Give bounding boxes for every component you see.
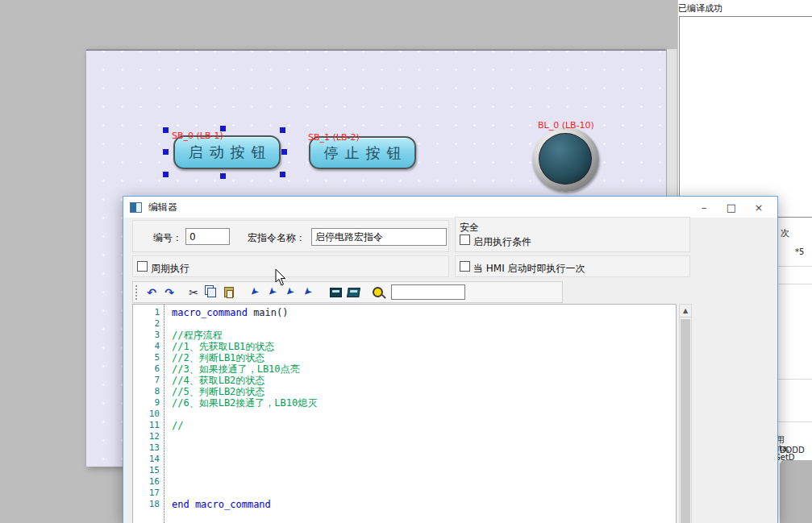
code-line: 2 (133, 318, 676, 330)
panel-fragment-times: 次 (781, 227, 789, 239)
code-line: 7//4、获取LB2的状态 (133, 375, 676, 386)
cut-icon[interactable]: ✂ (185, 284, 202, 301)
run-on-startup-group: 当 HMI 启动时即执行一次 (455, 255, 690, 277)
close-button[interactable]: × (745, 197, 772, 218)
security-group: 安全 启用执行条件 (455, 217, 690, 252)
compile-icon[interactable] (327, 284, 344, 301)
lamp-address-tag: BL_0 (LB-10) (538, 120, 594, 131)
panel-divider (778, 379, 812, 380)
code-line: 13 (133, 442, 676, 454)
lamp-lens (539, 133, 592, 185)
security-header: 安全 (460, 221, 479, 235)
panel-divider (778, 284, 812, 284)
download-icon[interactable] (344, 284, 362, 301)
code-line: 5//2、判断LB1的状态 (133, 352, 676, 363)
paste-icon[interactable] (220, 284, 238, 301)
code-line: 6//3、如果接通了，LB10点亮 (133, 363, 676, 375)
compile-output-box (679, 16, 812, 218)
editor-window-title: 编辑器 (148, 201, 177, 214)
copy-icon[interactable] (202, 284, 220, 301)
enable-condition-checkbox[interactable] (460, 235, 470, 245)
maximize-button[interactable]: □ (718, 197, 745, 218)
macro-name-input[interactable] (311, 228, 447, 246)
code-line: 11// (133, 420, 676, 431)
run-on-startup-label: 当 HMI 启动时即执行一次 (473, 262, 585, 276)
macro-id-group: 编号： 宏指令名称： (132, 220, 449, 252)
code-line: 4//1、先获取LB1的状态 (133, 341, 676, 352)
periodic-group: 周期执行 (132, 255, 449, 277)
selection-handle-top-mid[interactable] (220, 126, 226, 131)
code-line: 15 (133, 465, 676, 476)
editor-window-icon (130, 202, 142, 213)
code-line: 18end macro_command (133, 499, 676, 510)
panel-fragment-getdata: ata, GetD (774, 444, 812, 462)
compile-status-text: 已编译成功 (678, 2, 722, 15)
selection-handle-bottom-right[interactable] (280, 172, 285, 177)
macro-code-editor[interactable]: 1macro_command main() 2 3//程序流程 4//1、先获取… (132, 304, 677, 523)
toolbar-search-input[interactable] (391, 284, 465, 300)
selection-handle-mid-right[interactable] (281, 149, 287, 155)
code-line: 10 (133, 409, 676, 420)
run-on-startup-checkbox[interactable] (460, 261, 470, 272)
code-line: 12 (133, 431, 676, 442)
selection-handle-mid-left[interactable] (163, 149, 169, 155)
panel-divider (778, 266, 812, 267)
find-icon[interactable] (369, 284, 386, 301)
selection-handle-top-right[interactable] (280, 127, 285, 133)
code-line: 8//5、判断LB2的状态 (133, 386, 676, 397)
code-line: 1macro_command main() (133, 307, 676, 318)
editor-titlebar[interactable]: 编辑器 – □ × (123, 197, 777, 218)
macro-number-label: 编号： (153, 231, 182, 245)
selection-handle-bottom-left[interactable] (163, 172, 169, 177)
enable-condition-label: 启用执行条件 (473, 235, 531, 249)
stop-button-address-tag: SB_1 (LB-2) (308, 132, 360, 143)
panel-bottom-corner (780, 460, 812, 523)
undo-icon[interactable]: ↶ (143, 284, 160, 301)
panel-divider (778, 421, 812, 422)
scrollbar-thumb[interactable] (681, 319, 690, 523)
panel-fragment-star5: *5 (795, 247, 804, 256)
code-line: 14 (133, 454, 676, 465)
toolbar-grip (135, 285, 139, 300)
redo-icon[interactable]: ↷ (160, 284, 178, 301)
hmi-indicator-lamp[interactable] (532, 127, 599, 192)
hmi-stop-button-label: 停止按钮 (318, 143, 408, 163)
minimize-button[interactable]: – (690, 197, 718, 218)
macro-dart-icon-4[interactable]: ➤ (296, 280, 320, 305)
periodic-execution-label: 周期执行 (151, 262, 189, 276)
macro-toolbar: ↶ ↷ ✂ ➤ ➤ ➤ ➤ (132, 281, 563, 303)
start-button-address-tag: SB_0 (LB-1) (172, 131, 223, 141)
hmi-start-button-label: 启动按钮 (182, 143, 273, 162)
code-scrollbar[interactable]: ▲ (679, 304, 692, 523)
scroll-up-icon[interactable]: ▲ (680, 305, 691, 318)
code-line: 16 (133, 476, 676, 488)
macro-name-label: 宏指令名称： (248, 231, 306, 245)
periodic-execution-checkbox[interactable] (137, 261, 148, 272)
code-line: 3//程序流程 (133, 330, 676, 341)
macro-editor-window: 编辑器 – □ × 编号： 宏指令名称： 安全 启用执行条件 周期执行 当 HM… (123, 196, 778, 523)
macro-number-input[interactable] (185, 228, 230, 245)
selection-handle-top-left[interactable] (163, 127, 169, 133)
code-line: 9//6、如果LB2接通了，LB10熄灭 (133, 397, 676, 409)
code-line: 17 (133, 488, 676, 499)
mouse-cursor (275, 269, 288, 287)
selection-handle-bottom-mid[interactable] (220, 173, 226, 179)
